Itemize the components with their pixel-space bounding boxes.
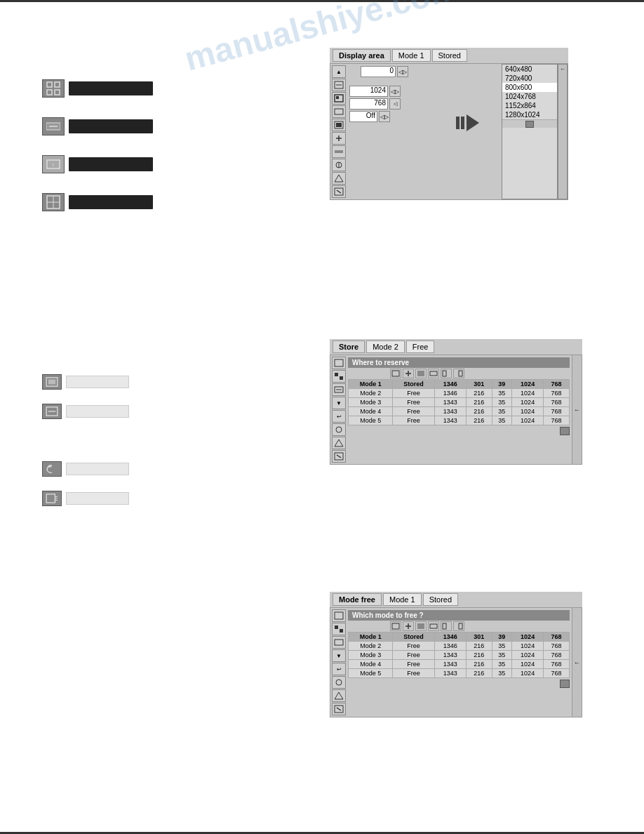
mf-scroll-thumb[interactable] [560, 680, 570, 688]
mf-content: Which mode to free ? Mode 1Stored1346301… [346, 608, 572, 717]
svg-rect-54 [335, 640, 343, 645]
fullscreen-icon[interactable] [42, 79, 65, 98]
store-down-btn[interactable]: ▼ [332, 397, 346, 409]
store-table-row[interactable]: Mode 3Free1343216351024768 [349, 398, 570, 407]
label-bar-3 [69, 157, 153, 171]
svg-rect-29 [335, 150, 343, 153]
col-icon-1 [390, 369, 401, 378]
mf-table-row[interactable]: Mode 5Free1343216351024768 [349, 669, 570, 678]
da-btn9[interactable] [332, 172, 346, 185]
mf-undo-btn[interactable]: ↩ [332, 663, 346, 675]
da-btn8[interactable] [332, 159, 346, 171]
da-btn4[interactable] [332, 105, 346, 118]
mf-right-arrow[interactable]: ← [572, 608, 582, 717]
da-input-off[interactable]: Off [349, 111, 377, 122]
quit-row [42, 491, 129, 506]
res-720[interactable]: 720x400 [502, 74, 557, 83]
da-btn2[interactable] [332, 79, 346, 91]
mf-table-row[interactable]: Mode 4Free1343216351024768 [349, 660, 570, 669]
where-reserve-label: Where to reserve [348, 357, 570, 368]
mf-quit-btn[interactable] [332, 703, 346, 715]
da-btn5[interactable] [332, 119, 346, 131]
mode-free-stored-btn[interactable]: Stored [423, 593, 458, 606]
da-arrow-0[interactable]: ◁▷ [397, 66, 408, 77]
display-area-stored-btn[interactable]: Stored [432, 49, 467, 62]
da-row-0: 0 ◁▷ [349, 66, 478, 77]
store-table-row[interactable]: Mode 5Free1343216351024768 [349, 416, 570, 425]
svg-marker-32 [335, 175, 343, 182]
scale-icon[interactable] [42, 193, 65, 211]
store-quit-btn[interactable] [332, 450, 346, 463]
da-sidebar: ▲ [330, 64, 346, 199]
mf-si-6[interactable] [332, 676, 346, 689]
mode-free-title: Mode free [333, 593, 382, 606]
svg-marker-41 [335, 439, 343, 446]
res-1024[interactable]: 1024x768 [502, 92, 557, 101]
da-btn7[interactable] [332, 145, 346, 158]
svg-rect-26 [336, 123, 342, 127]
shrink-icon[interactable] [42, 117, 65, 135]
store-si-1[interactable] [332, 357, 346, 369]
col-icon-3 [415, 369, 427, 378]
mf-si-7[interactable] [332, 689, 346, 702]
mode-free-mode-btn[interactable]: Mode 1 [383, 593, 422, 606]
free-label [66, 405, 129, 418]
store-si-6[interactable] [332, 423, 346, 436]
da-btn3[interactable] [332, 92, 346, 105]
svg-rect-3 [55, 90, 60, 95]
res-scroll-arrow[interactable]: ← [558, 64, 568, 199]
store-table-row[interactable]: Mode 4Free1343216351024768 [349, 407, 570, 416]
store-scroll-thumb[interactable] [560, 427, 570, 435]
store-right-arrow[interactable]: ← [572, 355, 582, 464]
res-1152[interactable]: 1152x864 [502, 101, 557, 110]
da-input-0[interactable]: 0 [361, 66, 396, 77]
mf-si-3[interactable] [332, 636, 346, 649]
da-arrow-1024[interactable]: ◁▷ [389, 86, 401, 97]
svg-rect-16 [46, 494, 55, 503]
quit-label [66, 492, 129, 505]
mf-down-btn[interactable]: ▼ [332, 649, 346, 662]
mf-col-icon-4 [428, 621, 439, 631]
resolution-list-container: 640x480 720x400 800x600 1024x768 1152x86… [502, 64, 568, 199]
mf-si-2[interactable] [332, 623, 346, 635]
display-area-mode-btn[interactable]: Mode 1 [392, 49, 431, 62]
store-undo-btn[interactable]: ↩ [332, 410, 346, 423]
store-si-7[interactable] [332, 437, 346, 449]
store-icon[interactable] [42, 374, 62, 390]
mf-col-icon-2 [403, 621, 414, 631]
da-arrow-768[interactable]: ◁ [389, 98, 401, 110]
position-icon[interactable]: i [42, 155, 65, 173]
da-btn6[interactable] [332, 132, 346, 145]
res-640[interactable]: 640x480 [502, 65, 557, 74]
col-icon-4 [428, 369, 439, 378]
mf-si-1[interactable] [332, 609, 346, 622]
label-bar-4 [69, 195, 153, 209]
free-icon[interactable] [42, 404, 62, 419]
mode-free-header: Mode free Mode 1 Stored [330, 592, 582, 608]
store-table-row[interactable]: Mode 2Free1346216351024768 [349, 389, 570, 398]
res-800[interactable]: 800x600 [502, 83, 557, 92]
da-arrow-off[interactable]: ◁▷ [379, 111, 390, 122]
da-btn10[interactable] [332, 185, 346, 198]
res-scroll-thumb[interactable] [525, 121, 534, 128]
store-table-row[interactable]: Mode 1Stored1346301391024768 [349, 380, 570, 389]
reset-icon[interactable] [42, 461, 62, 477]
svg-point-55 [336, 680, 342, 685]
da-input-768[interactable]: 768 [349, 98, 388, 110]
col-icon-2 [403, 369, 414, 378]
res-1280[interactable]: 1280x1024 [502, 110, 557, 119]
store-si-2[interactable] [332, 370, 346, 383]
da-up-btn[interactable]: ▲ [332, 65, 346, 78]
store-mode-btn[interactable]: Mode 2 [366, 340, 405, 353]
mf-table-row[interactable]: Mode 1Stored1346301391024768 [349, 633, 570, 642]
store-free-btn[interactable]: Free [406, 340, 435, 353]
store-mode-table: Mode 1Stored1346301391024768Mode 2Free13… [348, 379, 570, 425]
mf-mode-table: Mode 1Stored1346301391024768Mode 2Free13… [348, 632, 570, 678]
col-icon-6 [453, 369, 464, 378]
svg-rect-65 [459, 623, 462, 629]
mf-table-row[interactable]: Mode 3Free1343216351024768 [349, 651, 570, 660]
quit-icon[interactable] [42, 491, 62, 506]
store-si-3[interactable] [332, 383, 346, 396]
da-input-1024[interactable]: 1024 [349, 86, 388, 97]
mf-table-row[interactable]: Mode 2Free1346216351024768 [349, 642, 570, 651]
